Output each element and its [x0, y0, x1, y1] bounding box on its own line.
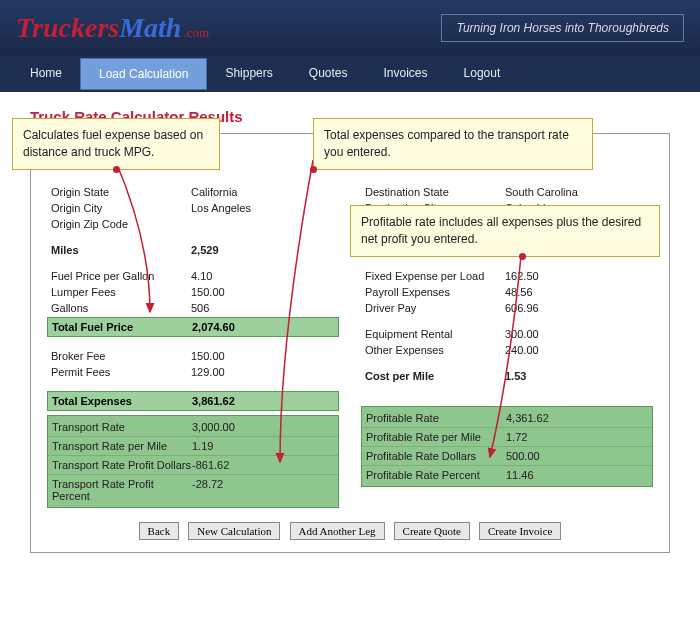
profitable-rate-pd-value: 500.00 — [506, 450, 586, 462]
miles-value: 2,529 — [191, 244, 271, 256]
profitable-rate-pp-value: 11.46 — [506, 469, 586, 481]
transport-rate-pp-label: Transport Rate Profit Percent — [52, 478, 192, 502]
other-label: Other Expenses — [365, 344, 505, 356]
nav-invoices[interactable]: Invoices — [366, 56, 446, 92]
permit-label: Permit Fees — [51, 366, 191, 378]
dest-state-value: South Carolina — [505, 186, 585, 198]
add-another-leg-button[interactable]: Add Another Leg — [290, 522, 385, 540]
broker-label: Broker Fee — [51, 350, 191, 362]
transport-rate-pp-value: -28.72 — [192, 478, 272, 502]
dest-state-label: Destination State — [365, 186, 505, 198]
fuel-price-label: Fuel Price per Gallon — [51, 270, 191, 282]
nav-home[interactable]: Home — [12, 56, 80, 92]
transport-rate-label: Transport Rate — [52, 421, 192, 433]
content: Truck Rate Calculator Results Origin Sta… — [0, 92, 700, 573]
total-expenses-row: Total Expenses3,861.62 — [47, 391, 339, 411]
nav-load-calculation[interactable]: Load Calculation — [80, 58, 207, 90]
header: TruckersMath.com Turning Iron Horses int… — [0, 0, 700, 56]
lumper-value: 150.00 — [191, 286, 271, 298]
callout-fuel: Calculates fuel expense based on distanc… — [12, 118, 220, 170]
origin-city-value: Los Angeles — [191, 202, 271, 214]
origin-state-value: California — [191, 186, 271, 198]
payroll-value: 48.56 — [505, 286, 585, 298]
payroll-label: Payroll Expenses — [365, 286, 505, 298]
gallons-label: Gallons — [51, 302, 191, 314]
lumper-label: Lumper Fees — [51, 286, 191, 298]
nav-logout[interactable]: Logout — [446, 56, 519, 92]
transport-rate-value: 3,000.00 — [192, 421, 272, 433]
total-fuel-label: Total Fuel Price — [52, 321, 192, 333]
create-invoice-button[interactable]: Create Invoice — [479, 522, 561, 540]
total-expenses-label: Total Expenses — [52, 395, 192, 407]
origin-state-label: Origin State — [51, 186, 191, 198]
gallons-value: 506 — [191, 302, 271, 314]
callout-expenses-text: Total expenses compared to the transport… — [324, 128, 569, 159]
left-column: Origin StateCalifornia Origin CityLos An… — [51, 184, 335, 508]
origin-zip-label: Origin Zip Code — [51, 218, 191, 230]
create-quote-button[interactable]: Create Quote — [394, 522, 470, 540]
button-bar: Back New Calculation Add Another Leg Cre… — [51, 522, 649, 540]
profitable-rate-pm-label: Profitable Rate per Mile — [366, 431, 506, 443]
driver-label: Driver Pay — [365, 302, 505, 314]
permit-value: 129.00 — [191, 366, 271, 378]
equip-label: Equipment Rental — [365, 328, 505, 340]
profitable-rate-pd-label: Profitable Rate Dollars — [366, 450, 506, 462]
transport-rate-pd-label: Transport Rate Profit Dollars — [52, 459, 192, 471]
fixed-value: 162.50 — [505, 270, 585, 282]
nav-quotes[interactable]: Quotes — [291, 56, 366, 92]
cpm-label: Cost per Mile — [365, 370, 505, 382]
callout-dot-icon — [310, 166, 317, 173]
profitable-rate-pm-value: 1.72 — [506, 431, 586, 443]
logo-part-red: Truckers — [16, 12, 119, 43]
fuel-price-value: 4.10 — [191, 270, 271, 282]
profitable-rate-value: 4,361.62 — [506, 412, 586, 424]
callout-dot-icon — [519, 253, 526, 260]
back-button[interactable]: Back — [139, 522, 180, 540]
transport-rate-pm-label: Transport Rate per Mile — [52, 440, 192, 452]
cpm-value: 1.53 — [505, 370, 585, 382]
callout-dot-icon — [113, 166, 120, 173]
logo-com: .com — [183, 25, 209, 40]
nav-shippers[interactable]: Shippers — [207, 56, 290, 92]
miles-label: Miles — [51, 244, 191, 256]
total-expenses-value: 3,861.62 — [192, 395, 272, 407]
callout-profitable: Profitable rate includes all expenses pl… — [350, 205, 660, 257]
broker-value: 150.00 — [191, 350, 271, 362]
callout-fuel-text: Calculates fuel expense based on distanc… — [23, 128, 203, 159]
nav-bar: Home Load Calculation Shippers Quotes In… — [0, 56, 700, 92]
transport-rate-block: Transport Rate3,000.00 Transport Rate pe… — [47, 415, 339, 508]
profitable-rate-label: Profitable Rate — [366, 412, 506, 424]
profitable-rate-pp-label: Profitable Rate Percent — [366, 469, 506, 481]
callout-expenses: Total expenses compared to the transport… — [313, 118, 593, 170]
total-fuel-row: Total Fuel Price2,074.60 — [47, 317, 339, 337]
transport-rate-pm-value: 1.19 — [192, 440, 272, 452]
transport-rate-pd-value: -861.62 — [192, 459, 272, 471]
total-fuel-value: 2,074.60 — [192, 321, 272, 333]
results-panel: Origin StateCalifornia Origin CityLos An… — [30, 133, 670, 553]
logo: TruckersMath.com — [16, 12, 209, 44]
callout-profitable-text: Profitable rate includes all expenses pl… — [361, 215, 641, 246]
fixed-label: Fixed Expense per Load — [365, 270, 505, 282]
logo-part-blue: Math — [119, 12, 181, 43]
profitable-rate-block: Profitable Rate4,361.62 Profitable Rate … — [361, 406, 653, 487]
equip-value: 300.00 — [505, 328, 585, 340]
new-calculation-button[interactable]: New Calculation — [188, 522, 280, 540]
tagline: Turning Iron Horses into Thoroughbreds — [441, 14, 684, 42]
other-value: 240.00 — [505, 344, 585, 356]
origin-zip-value — [191, 218, 271, 230]
origin-city-label: Origin City — [51, 202, 191, 214]
driver-value: 606.96 — [505, 302, 585, 314]
